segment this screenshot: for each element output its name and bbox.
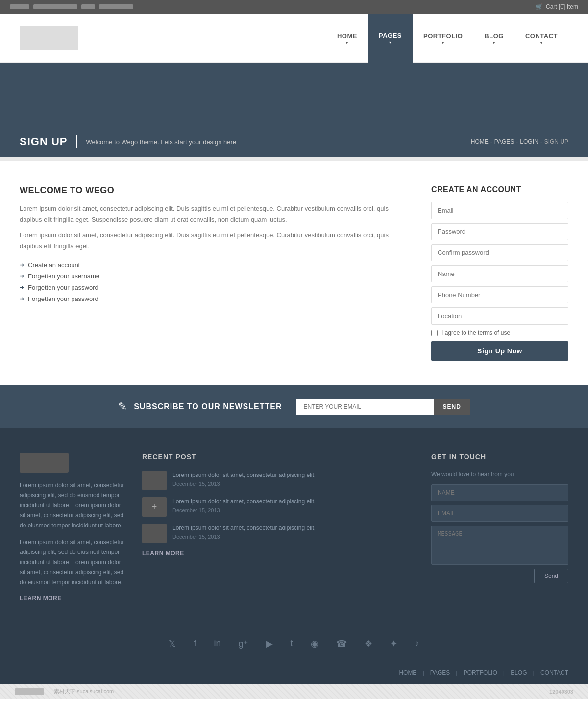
newsletter-email-input[interactable] xyxy=(296,399,434,415)
footer-nav-contact[interactable]: CONTACT xyxy=(540,669,568,676)
watermark-site: 素材天下 sucaisucai.com xyxy=(54,688,114,695)
breadcrumb-pages[interactable]: PAGES xyxy=(494,138,514,145)
footer-text-1: Lorem ipsum dolor sit amet, consectetur … xyxy=(20,480,127,530)
welcome-para-2: Lorem ipsum dolor sit amet, consectetur … xyxy=(20,230,402,251)
list-item: Forgetten your username xyxy=(20,273,402,280)
post-info-2: Lorem ipsum dolor sit amet, consectetur … xyxy=(172,497,416,513)
footer-nav-blog[interactable]: BLOG xyxy=(511,669,527,676)
post-date-3: December 15, 2013 xyxy=(172,534,416,540)
plus-icon: + xyxy=(152,502,157,512)
recent-posts-learn-more[interactable]: LEARN MORE xyxy=(142,550,184,557)
get-in-touch-subtitle: We would love to hear from you xyxy=(431,471,568,477)
nav-item-home[interactable]: HOME ▾ xyxy=(326,14,368,63)
newsletter-icon: ✎ xyxy=(118,401,127,413)
list-item: Forgetten your password xyxy=(20,284,402,291)
nav-item-blog[interactable]: BLOG ▾ xyxy=(473,14,514,63)
email-field[interactable] xyxy=(431,202,568,219)
main-content: WELCOME TO WEGO Lorem ipsum dolor sit am… xyxy=(0,161,588,385)
chevron-down-icon: ▾ xyxy=(442,41,444,45)
post-thumb-3 xyxy=(142,524,167,543)
newsletter-send-button[interactable]: SEND xyxy=(434,399,469,415)
twitter-icon[interactable]: 𝕏 xyxy=(169,638,176,649)
name-group xyxy=(431,265,568,282)
skype-icon[interactable]: ☎ xyxy=(336,638,347,649)
password-group xyxy=(431,223,568,240)
post-thumb-1 xyxy=(142,471,167,490)
welcome-para-1: Lorem ipsum dolor sit amet, consectetur … xyxy=(20,203,402,225)
terms-row: I agree to the terms of use xyxy=(431,329,568,336)
password-field[interactable] xyxy=(431,223,568,240)
link-forgot-username[interactable]: Forgetten your username xyxy=(28,273,99,280)
post-thumb-2: + xyxy=(142,497,167,517)
nav-item-portfolio[interactable]: PORTFOLIO ▾ xyxy=(413,14,473,63)
watermark: 素材天下 sucaisucai.com 12040303 xyxy=(0,684,588,699)
post-text-2: Lorem ipsum dolor sit amet, consectetur … xyxy=(172,497,416,506)
top-bar-placeholder-4 xyxy=(99,4,133,9)
phone-field[interactable] xyxy=(431,286,568,303)
contact-email-input[interactable] xyxy=(431,505,568,522)
phone-group xyxy=(431,286,568,303)
signup-button[interactable]: Sign Up Now xyxy=(431,341,568,361)
contact-send-button[interactable]: Send xyxy=(534,569,568,583)
top-bar-left xyxy=(10,4,133,9)
form-title: CREATE AN ACCOUNT xyxy=(431,185,568,194)
youtube-icon[interactable]: ▶ xyxy=(266,638,273,649)
nav-item-contact[interactable]: CONTACT ▾ xyxy=(514,14,568,63)
footer-text-2: Lorem ipsum dolor sit amet, consectetur … xyxy=(20,537,127,587)
breadcrumb-current: SIGN UP xyxy=(544,138,568,145)
post-text-1: Lorem ipsum dolor sit amet, consectetur … xyxy=(172,471,416,479)
divider xyxy=(0,157,588,161)
footer-nav-pages[interactable]: PAGES xyxy=(430,669,450,676)
chevron-down-icon: ▾ xyxy=(493,41,495,45)
rss-icon[interactable]: ◉ xyxy=(311,638,318,649)
watermark-code: 12040303 xyxy=(549,689,573,695)
linkedin-icon[interactable]: in xyxy=(214,638,220,649)
breadcrumb-bar: SIGN UP Welcome to Wego theme. Lets star… xyxy=(0,126,588,157)
cart-icon: 🛒 xyxy=(536,3,543,10)
post-text-3: Lorem ipsum dolor sit amet, consectetur … xyxy=(172,524,416,532)
newsletter-left: ✎ SUBSCRIBE TO OUR NEWSLETTER xyxy=(118,401,282,413)
footer-nav-portfolio[interactable]: PORTFOLIO xyxy=(464,669,497,676)
link-list: Create an account Forgetten your usernam… xyxy=(20,261,402,302)
contact-name-input[interactable] xyxy=(431,484,568,501)
recent-post-item-3: Lorem ipsum dolor sit amet, consectetur … xyxy=(142,524,416,543)
breadcrumb: HOME - PAGES - LOGIN - SIGN UP xyxy=(471,138,568,145)
email-group xyxy=(431,202,568,219)
link-forgot-password-1[interactable]: Forgetten your password xyxy=(28,284,98,291)
recent-post-item-1: Lorem ipsum dolor sit amet, consectetur … xyxy=(142,471,416,490)
footer-nav-home[interactable]: HOME xyxy=(399,669,416,676)
link-forgot-password-2[interactable]: Forgetten your password xyxy=(28,295,98,302)
breadcrumb-login[interactable]: LOGIN xyxy=(520,138,538,145)
terms-checkbox[interactable] xyxy=(431,330,438,336)
signup-form-section: CREATE AN ACCOUNT I agree to the terms o… xyxy=(431,185,568,361)
newsletter-right: SEND xyxy=(296,399,469,415)
welcome-title: WELCOME TO WEGO xyxy=(20,185,402,196)
post-date-2: December 15, 2013 xyxy=(172,507,416,513)
cart-text: Cart [0] Item xyxy=(546,3,578,10)
breadcrumb-home[interactable]: HOME xyxy=(471,138,489,145)
confirm-password-field[interactable] xyxy=(431,244,568,261)
recent-post-item-2: + Lorem ipsum dolor sit amet, consectetu… xyxy=(142,497,416,517)
top-bar: 🛒 Cart [0] Item xyxy=(0,0,588,14)
confirm-password-group xyxy=(431,244,568,261)
footer-learn-more-link[interactable]: LEARN MORE xyxy=(20,595,62,601)
footer-recent-posts-col: RECENT POST Lorem ipsum dolor sit amet, … xyxy=(142,453,416,601)
terms-label: I agree to the terms of use xyxy=(441,329,510,336)
dribbble-icon[interactable]: ✦ xyxy=(390,638,397,649)
tumblr-icon[interactable]: t xyxy=(291,638,293,649)
link-create-account[interactable]: Create an account xyxy=(28,261,80,269)
chevron-down-icon: ▾ xyxy=(346,41,348,45)
top-bar-placeholder-1 xyxy=(10,4,29,9)
nav-item-pages[interactable]: PAGES ▾ xyxy=(368,14,413,63)
list-item: Forgetten your password xyxy=(20,295,402,302)
footer-about-col: Lorem ipsum dolor sit amet, consectetur … xyxy=(20,453,127,601)
name-field[interactable] xyxy=(431,265,568,282)
location-field[interactable] xyxy=(431,307,568,325)
contact-message-input[interactable] xyxy=(431,526,568,565)
logo[interactable] xyxy=(20,26,78,50)
cart-area[interactable]: 🛒 Cart [0] Item xyxy=(536,3,578,10)
music-icon[interactable]: ♪ xyxy=(415,638,419,649)
googleplus-icon[interactable]: g⁺ xyxy=(239,638,248,649)
facebook-icon[interactable]: f xyxy=(194,638,196,649)
dropbox-icon[interactable]: ❖ xyxy=(365,638,372,649)
